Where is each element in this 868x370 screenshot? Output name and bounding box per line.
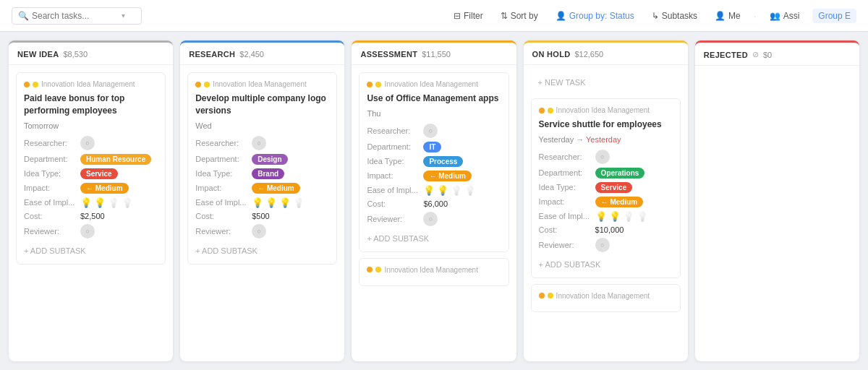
- researcher-avatar[interactable]: ○: [595, 150, 610, 164]
- add-subtask-button[interactable]: + ADD SUBTASK: [539, 256, 673, 270]
- idea-type-row: Idea Type:Service: [24, 168, 158, 179]
- reviewer-row: Reviewer:○: [539, 238, 673, 252]
- search-input[interactable]: [32, 11, 119, 21]
- idea-type-badge[interactable]: Service: [80, 168, 118, 179]
- group-e-badge: Group E: [812, 9, 856, 23]
- ease-label: Ease of Impl...: [24, 198, 76, 207]
- researcher-row: Researcher:○: [195, 136, 329, 150]
- card-dot-yellow: [548, 293, 553, 298]
- impact-badge[interactable]: ← Medium: [80, 183, 129, 194]
- researcher-row: Researcher:○: [539, 150, 673, 164]
- card-dot-orange: [367, 82, 373, 87]
- reviewer-avatar[interactable]: ○: [252, 224, 266, 238]
- ease-stars: 💡💡💡💡: [80, 197, 133, 208]
- add-subtask-button[interactable]: + ADD SUBTASK: [24, 242, 158, 257]
- impact-badge[interactable]: ← Medium: [595, 197, 644, 207]
- assign-button[interactable]: 👥 Assi: [765, 9, 804, 23]
- card-meta: Innovation Idea Management: [24, 80, 158, 88]
- column-title: ON HOLD: [532, 50, 571, 59]
- top-bar: 🔍 ▾ ⊟ Filter ⇅ Sort by 👤 Group by: Statu…: [0, 0, 868, 32]
- search-wrapper[interactable]: 🔍 ▾: [12, 7, 142, 25]
- add-subtask-button[interactable]: + ADD SUBTASK: [195, 242, 329, 257]
- card-meta-label: Innovation Idea Management: [556, 106, 650, 114]
- department-badge[interactable]: IT: [423, 142, 441, 152]
- card-meta: Innovation Idea Management: [367, 266, 501, 274]
- cost-value: $6,000: [423, 199, 448, 208]
- cost-label: Cost:: [24, 212, 76, 220]
- impact-label: Impact:: [195, 184, 247, 192]
- idea-type-label: Idea Type:: [24, 169, 76, 178]
- add-subtask-button[interactable]: + ADD SUBTASK: [367, 230, 501, 244]
- column-header-research: RESEARCH$2,450: [180, 43, 344, 65]
- impact-row: Impact:← Medium: [539, 197, 673, 207]
- department-badge[interactable]: Operations: [595, 168, 645, 178]
- cost-row: Cost:$10,000: [539, 225, 673, 234]
- group-icon: 👤: [556, 11, 566, 21]
- group-button[interactable]: 👤 Group by: Status: [551, 9, 639, 23]
- researcher-label: Researcher:: [367, 126, 419, 135]
- impact-badge[interactable]: ← Medium: [423, 171, 472, 181]
- new-task-button[interactable]: + NEW TASK: [531, 72, 681, 92]
- card-meta: Innovation Idea Management: [539, 106, 673, 114]
- column-body-assessment: Innovation Idea ManagementUse of Office …: [352, 65, 516, 361]
- card-dot-yellow: [548, 108, 553, 113]
- department-badge[interactable]: Human Resource: [80, 154, 151, 165]
- card-dot-orange: [195, 82, 201, 87]
- kanban-board: NEW IDEA$8,530Innovation Idea Management…: [0, 32, 868, 370]
- bulb-empty: 💡: [623, 211, 634, 222]
- column-header-on-hold: ON HOLD$12,650: [524, 43, 688, 65]
- bulb-filled: 💡: [94, 197, 106, 208]
- impact-row: Impact:← Medium: [24, 183, 158, 194]
- column-rejected: REJECTED⊘$0: [695, 40, 859, 361]
- column-title: REJECTED: [704, 51, 748, 59]
- sort-button[interactable]: ⇅ Sort by: [496, 9, 542, 23]
- task-card: Innovation Idea ManagementService shuttl…: [531, 98, 681, 278]
- top-bar-actions: ⊟ Filter ⇅ Sort by 👤 Group by: Status ↳ …: [449, 9, 856, 23]
- filter-button[interactable]: ⊟ Filter: [449, 9, 488, 23]
- idea-type-badge[interactable]: Brand: [252, 168, 284, 179]
- rejected-icon: ⊘: [752, 50, 759, 59]
- card-meta-label: Innovation Idea Management: [41, 80, 135, 88]
- card-dot-yellow: [204, 82, 210, 87]
- column-amount: $2,450: [239, 50, 264, 59]
- me-button[interactable]: 👤 Me: [710, 9, 745, 23]
- ease-row: Ease of Impl...💡💡💡💡: [367, 185, 501, 196]
- researcher-avatar[interactable]: ○: [252, 136, 266, 150]
- chevron-down-icon: ▾: [122, 12, 125, 20]
- filter-icon: ⊟: [454, 11, 461, 21]
- cost-row: Cost:$500: [195, 212, 329, 220]
- reviewer-avatar[interactable]: ○: [423, 212, 438, 226]
- bulb-empty: 💡: [464, 185, 476, 196]
- reviewer-label: Reviewer:: [24, 227, 76, 236]
- card-title: Paid leave bonus for top performing empl…: [24, 92, 158, 117]
- department-label: Department:: [539, 168, 591, 177]
- card-dot-yellow: [375, 267, 381, 272]
- ease-label: Ease of Impl...: [367, 186, 419, 194]
- sort-icon: ⇅: [501, 11, 508, 21]
- card-dot-yellow: [33, 82, 38, 87]
- reviewer-label: Reviewer:: [367, 215, 419, 223]
- subtasks-button[interactable]: ↳ Subtasks: [647, 9, 702, 23]
- column-assessment: ASSESSMENT$11,550Innovation Idea Managem…: [352, 40, 516, 361]
- researcher-avatar[interactable]: ○: [423, 124, 438, 138]
- department-badge[interactable]: Design: [252, 154, 287, 165]
- reviewer-avatar[interactable]: ○: [80, 224, 95, 238]
- ease-row: Ease of Impl...💡💡💡💡: [24, 197, 158, 208]
- researcher-avatar[interactable]: ○: [80, 136, 95, 150]
- bulb-filled: 💡: [437, 185, 448, 196]
- idea-type-badge[interactable]: Service: [595, 182, 633, 193]
- department-row: Department:IT: [367, 142, 501, 152]
- reviewer-row: Reviewer:○: [24, 224, 158, 238]
- column-title: NEW IDEA: [17, 50, 59, 59]
- impact-badge[interactable]: ← Medium: [252, 183, 300, 194]
- bulb-filled: 💡: [265, 197, 277, 208]
- idea-type-badge[interactable]: Process: [423, 156, 463, 167]
- column-body-rejected: [695, 66, 859, 361]
- person-icon: 👤: [715, 11, 726, 21]
- card-meta: Innovation Idea Management: [539, 292, 673, 300]
- card-dot-yellow: [375, 82, 381, 87]
- card-meta-label: Innovation Idea Management: [213, 80, 307, 88]
- reviewer-avatar[interactable]: ○: [595, 238, 610, 252]
- bulb-empty: 💡: [451, 185, 462, 196]
- column-header-assessment: ASSESSMENT$11,550: [352, 43, 516, 65]
